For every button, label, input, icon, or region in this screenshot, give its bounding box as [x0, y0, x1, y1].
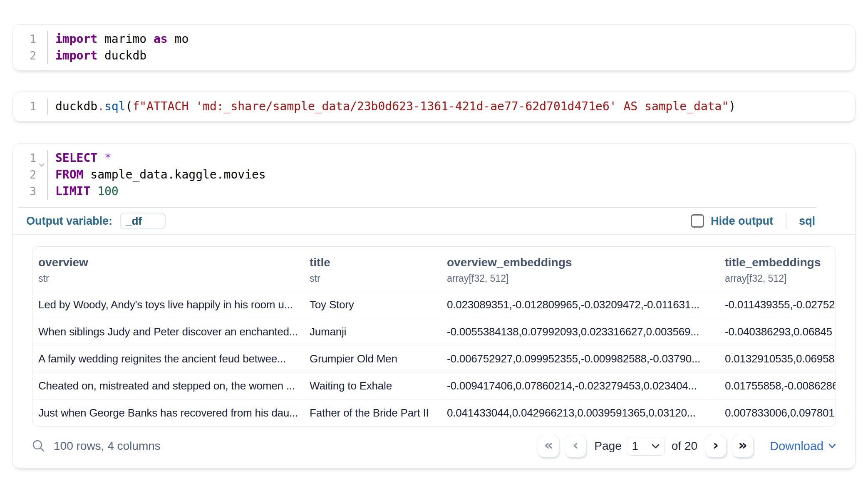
notebook: { "colors": { "keyword": "#770088", "str… [0, 0, 868, 496]
table-cell: -0.040386293,0.06845 [719, 318, 836, 345]
table-row[interactable]: Just when George Banks has recovered fro… [32, 399, 836, 426]
page-select-value: 1 [632, 440, 638, 453]
column-type: str [32, 273, 304, 284]
download-button[interactable]: Download [767, 439, 838, 454]
column-name: overview [32, 256, 304, 269]
column-type: str [304, 273, 441, 284]
code-token: sample_data.kaggle.movies [83, 168, 265, 181]
code-line: 1import marimo as mo [13, 31, 855, 47]
code-token: duckdb [55, 99, 97, 113]
table-cell: Cheated on, mistreated and stepped on, t… [32, 372, 304, 399]
code-token: SELECT [55, 151, 97, 165]
code-token [90, 184, 97, 198]
code-text: import marimo as mo [48, 31, 188, 47]
controls-right-group: Hide output sql [691, 213, 855, 229]
code-token: import [55, 49, 97, 62]
code-line: 1SELECT * [13, 150, 855, 166]
first-page-button[interactable]: « [538, 435, 559, 457]
code-cell-attach: 1duckdb.sql(f"ATTACH 'md:_share/sample_d… [12, 92, 856, 122]
code-token: as [154, 32, 168, 46]
table-cell: When siblings Judy and Peter discover an… [32, 318, 304, 345]
line-number: 1 [13, 98, 48, 115]
output-variable-input[interactable] [120, 213, 166, 229]
code-token: * [104, 151, 112, 165]
table-cell: Father of the Bride Part II [304, 399, 441, 426]
code-text: FROM sample_data.kaggle.movies [48, 166, 266, 183]
column-header-title_embeddings[interactable]: title_embeddingsarray[f32, 512] [719, 256, 836, 284]
code-line: 2import duckdb [13, 47, 855, 64]
code-text: LIMIT 100 [48, 183, 119, 200]
code-cell-imports: 1import marimo as mo2import duckdb [12, 24, 856, 71]
table-cell: Just when George Banks has recovered fro… [32, 399, 304, 426]
code-token: ( [126, 99, 133, 113]
last-page-button[interactable]: » [732, 435, 754, 457]
table-cell: Toy Story [304, 291, 441, 318]
table-cell: Led by Woody, Andy's toys live happily i… [32, 291, 304, 318]
column-name: title_embeddings [719, 256, 836, 269]
code-line: 1duckdb.sql(f"ATTACH 'md:_share/sample_d… [13, 98, 855, 115]
search-button[interactable] [30, 437, 48, 455]
code-token: mo [168, 32, 189, 46]
column-name: title [304, 256, 441, 269]
table-cell: 0.041433044,0.042966213,0.0039591365,0.0… [441, 399, 719, 426]
sql-code-editor[interactable]: 1SELECT *2FROM sample_data.kaggle.movies… [13, 144, 855, 206]
hide-output-checkbox[interactable] [691, 214, 704, 228]
cell-output: overviewstrtitlestroverview_embeddingsar… [13, 235, 855, 427]
prev-page-button[interactable]: ‹ [565, 435, 586, 457]
line-number: 2 [13, 47, 48, 64]
code-token: LIMIT [55, 184, 90, 198]
next-page-button[interactable]: › [705, 435, 727, 457]
code-token: ) [729, 99, 736, 113]
table-cell: 0.0132910535,0.06958 [719, 345, 836, 372]
page-count-label: of 20 [672, 439, 697, 453]
table-row[interactable]: Cheated on, mistreated and stepped on, t… [32, 372, 836, 399]
table-cell: -0.0055384138,0.07992093,0.023316627,0.0… [441, 318, 719, 345]
table-row[interactable]: Led by Woody, Andy's toys live happily i… [32, 291, 836, 318]
code-token: . [97, 99, 104, 113]
table-cell: A family wedding reignites the ancient f… [32, 345, 304, 372]
table-cell: Grumpier Old Men [304, 345, 441, 372]
column-header-overview[interactable]: overviewstr [32, 256, 304, 284]
download-label: Download [770, 439, 823, 453]
table-header-row: overviewstrtitlestroverview_embeddingsar… [32, 247, 836, 291]
output-variable-label: Output variable: [26, 215, 112, 228]
chevron-down-icon [652, 444, 660, 449]
code-line: 3LIMIT 100 [13, 183, 855, 200]
column-header-title[interactable]: titlestr [304, 256, 441, 284]
rows-summary: 100 rows, 4 columns [54, 439, 161, 453]
code-text: import duckdb [48, 47, 146, 64]
page-select[interactable]: 1 [627, 437, 665, 456]
code-token: sql [104, 99, 126, 113]
hide-output-label: Hide output [711, 215, 773, 228]
line-number: 3 [13, 183, 48, 200]
table-row[interactable]: A family wedding reignites the ancient f… [32, 345, 836, 372]
column-header-overview_embeddings[interactable]: overview_embeddingsarray[f32, 512] [441, 256, 719, 284]
column-type: array[f32, 512] [441, 273, 719, 284]
table-row[interactable]: When siblings Judy and Peter discover an… [32, 318, 836, 345]
vertical-divider [786, 213, 786, 229]
table-cell: Waiting to Exhale [304, 372, 441, 399]
table-cell: -0.009417406,0.07860214,-0.023279453,0.0… [441, 372, 719, 399]
table-cell: -0.006752927,0.099952355,-0.009982588,-0… [441, 345, 719, 372]
line-number: 2 [13, 166, 48, 183]
table-cell: 0.007833006,0.097801 [719, 399, 836, 426]
table-cell: -0.011439355,-0.02752 [719, 291, 836, 318]
table-body: Led by Woody, Andy's toys live happily i… [32, 291, 836, 426]
code-editor[interactable]: 1import marimo as mo2import duckdb [13, 25, 855, 70]
table-cell: 0.01755858,-0.0086286 [719, 372, 836, 399]
code-text: SELECT * [48, 150, 112, 166]
language-badge[interactable]: sql [799, 215, 815, 228]
code-token [97, 151, 104, 165]
code-token: import [55, 32, 97, 46]
sql-cell: 1SELECT *2FROM sample_data.kaggle.movies… [12, 143, 856, 469]
column-name: overview_embeddings [441, 256, 719, 269]
chevron-down-icon [828, 444, 836, 449]
code-editor[interactable]: 1duckdb.sql(f"ATTACH 'md:_share/sample_d… [13, 92, 855, 121]
table-cell: 0.023089351,-0.012809965,-0.03209472,-0.… [441, 291, 719, 318]
table-cell: Jumanji [304, 318, 441, 345]
line-number: 1 [13, 150, 48, 166]
code-token: duckdb [97, 49, 146, 62]
column-type: array[f32, 512] [719, 273, 836, 284]
code-token: marimo [97, 32, 154, 46]
code-token: f"ATTACH 'md:_share/sample_data/23b0d623… [132, 99, 729, 113]
